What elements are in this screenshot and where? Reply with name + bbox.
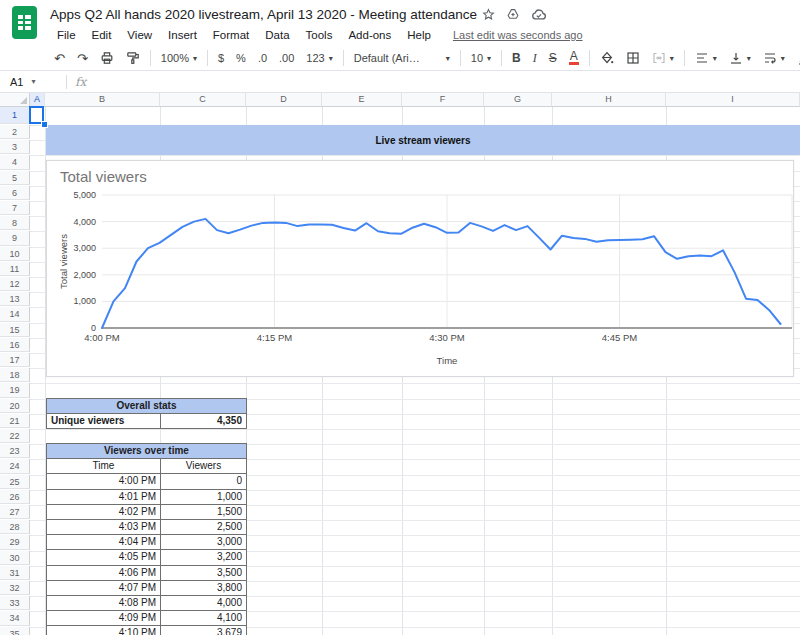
cell[interactable]: Overall stats — [47, 399, 247, 414]
cell[interactable]: Viewers — [161, 459, 247, 474]
fill-color-button[interactable] — [594, 48, 620, 68]
star-icon[interactable] — [482, 8, 495, 21]
row-header-16[interactable]: 16 — [0, 338, 30, 352]
row-header-3[interactable]: 3 — [0, 140, 30, 154]
row-header-11[interactable]: 11 — [0, 262, 30, 276]
redo-button[interactable]: ↷ — [71, 48, 94, 68]
row-header-13[interactable]: 13 — [0, 292, 30, 306]
row-header-8[interactable]: 8 — [0, 216, 30, 230]
row-header-35[interactable]: 35 — [0, 627, 30, 635]
row-header-17[interactable]: 17 — [0, 353, 30, 367]
row-header-25[interactable]: 25 — [0, 475, 30, 489]
strikethrough-button[interactable]: S — [543, 48, 563, 68]
column-header-B[interactable]: B — [45, 93, 160, 107]
print-button[interactable] — [94, 48, 120, 68]
row-header-18[interactable]: 18 — [0, 368, 30, 382]
font-family-select[interactable]: Default (Ari…▾ — [348, 48, 456, 68]
row-header-20[interactable]: 20 — [0, 399, 30, 413]
row-header-19[interactable]: 19 — [0, 383, 30, 397]
cell[interactable]: 1,000 — [161, 489, 247, 504]
cell[interactable]: Time — [47, 459, 161, 474]
cell[interactable]: 4:02 PM — [47, 504, 161, 519]
cell[interactable]: 4,350 — [161, 414, 247, 429]
cell[interactable]: Unique viewers — [47, 414, 161, 429]
last-edit-status[interactable]: Last edit was seconds ago — [453, 29, 583, 41]
menu-item-help[interactable]: Help — [399, 27, 439, 43]
embedded-chart[interactable]: Total viewers 01,0002,0003,0004,0005,000… — [46, 160, 794, 377]
row-header-33[interactable]: 33 — [0, 596, 30, 610]
currency-format-button[interactable]: $ — [212, 48, 230, 68]
merged-banner-cell[interactable]: Live stream viewers — [46, 125, 800, 155]
row-header-34[interactable]: 34 — [0, 611, 30, 625]
menu-item-file[interactable]: File — [49, 27, 84, 43]
cell[interactable]: 4:01 PM — [47, 489, 161, 504]
row-header-2[interactable]: 2 — [0, 125, 30, 139]
row-header-7[interactable]: 7 — [0, 201, 30, 215]
cell[interactable]: 4,000 — [161, 596, 247, 611]
cell[interactable]: Viewers over time — [47, 444, 247, 459]
row-header-23[interactable]: 23 — [0, 444, 30, 458]
italic-button[interactable]: I — [527, 48, 543, 68]
menu-item-edit[interactable]: Edit — [84, 27, 120, 43]
borders-button[interactable] — [620, 48, 646, 68]
row-header-6[interactable]: 6 — [0, 186, 30, 200]
cell[interactable]: 4:03 PM — [47, 520, 161, 535]
column-header-I[interactable]: I — [666, 93, 800, 107]
paint-format-button[interactable] — [120, 48, 146, 68]
cell[interactable]: 3,800 — [161, 580, 247, 595]
cell[interactable]: 3,200 — [161, 550, 247, 565]
horizontal-align-select[interactable]: ▾ — [689, 48, 723, 68]
cell[interactable]: 4:09 PM — [47, 611, 161, 626]
menu-item-addons[interactable]: Add-ons — [340, 27, 399, 43]
row-header-32[interactable]: 32 — [0, 581, 30, 595]
fill-handle[interactable] — [41, 121, 48, 128]
column-header-C[interactable]: C — [160, 93, 246, 107]
font-size-select[interactable]: 10▾ — [465, 48, 497, 68]
row-header-15[interactable]: 15 — [0, 323, 30, 337]
cell[interactable]: 4:08 PM — [47, 596, 161, 611]
number-format-select[interactable]: 123▾ — [300, 48, 338, 68]
document-title[interactable]: Apps Q2 All hands 2020 livestream, April… — [50, 7, 477, 22]
row-header-31[interactable]: 31 — [0, 566, 30, 580]
text-wrap-select[interactable]: ▾ — [757, 48, 791, 68]
row-header-5[interactable]: 5 — [0, 171, 30, 185]
cell[interactable]: 4:10 PM — [47, 626, 161, 635]
text-color-button[interactable]: A — [563, 48, 585, 68]
row-header-27[interactable]: 27 — [0, 505, 30, 519]
vertical-align-select[interactable]: ▾ — [723, 48, 757, 68]
add-shortcut-to-drive-icon[interactable] — [506, 8, 520, 21]
cell[interactable]: 2,500 — [161, 520, 247, 535]
menu-item-view[interactable]: View — [119, 27, 160, 43]
cell[interactable]: 4:07 PM — [47, 580, 161, 595]
row-header-10[interactable]: 10 — [0, 247, 30, 261]
row-header-12[interactable]: 12 — [0, 277, 30, 291]
column-header-A[interactable]: A — [30, 93, 45, 107]
cell[interactable]: 0 — [161, 474, 247, 489]
name-box[interactable]: A1 ▾ — [0, 76, 62, 88]
column-header-E[interactable]: E — [322, 93, 402, 107]
menu-item-tools[interactable]: Tools — [298, 27, 341, 43]
sheets-logo[interactable] — [12, 6, 37, 39]
column-header-D[interactable]: D — [246, 93, 322, 107]
row-header-21[interactable]: 21 — [0, 414, 30, 428]
cell[interactable]: 3,679 — [161, 626, 247, 635]
menu-item-format[interactable]: Format — [205, 27, 257, 43]
cell[interactable]: 4:05 PM — [47, 550, 161, 565]
row-header-30[interactable]: 30 — [0, 551, 30, 565]
formula-input[interactable] — [86, 71, 800, 92]
column-header-F[interactable]: F — [402, 93, 484, 107]
zoom-select[interactable]: 100%▾ — [155, 48, 203, 68]
column-header-H[interactable]: H — [552, 93, 666, 107]
row-header-24[interactable]: 24 — [0, 459, 30, 473]
cell[interactable]: 1,500 — [161, 504, 247, 519]
menu-item-data[interactable]: Data — [257, 27, 297, 43]
text-rotation-select[interactable]: ▾ — [791, 48, 800, 68]
cell[interactable]: 4:00 PM — [47, 474, 161, 489]
undo-button[interactable]: ↶ — [48, 48, 71, 68]
column-header-G[interactable]: G — [484, 93, 552, 107]
row-header-22[interactable]: 22 — [0, 429, 30, 443]
decrease-decimal-button[interactable]: .0 — [252, 48, 273, 68]
bold-button[interactable]: B — [506, 48, 527, 68]
row-header-1[interactable]: 1 — [0, 107, 30, 124]
row-header-9[interactable]: 9 — [0, 231, 30, 245]
